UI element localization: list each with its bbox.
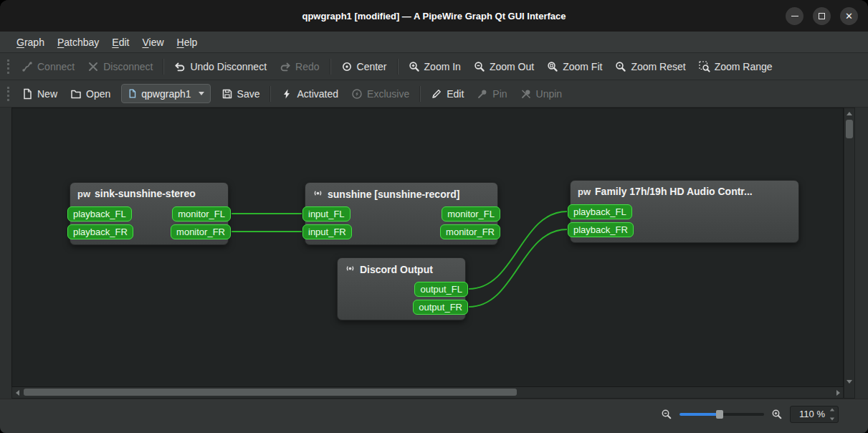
open-folder-icon <box>70 88 82 100</box>
menu-edit[interactable]: Edit <box>105 34 135 51</box>
node-title-text: sink-sunshine-stereo <box>95 188 196 199</box>
port-output-fl[interactable]: output_FL <box>414 282 468 297</box>
port-monitor-fl[interactable]: monitor_FL <box>172 206 231 222</box>
save-label: Save <box>237 88 260 100</box>
port-playback-fl[interactable]: playback_FL <box>568 204 632 219</box>
app-window: qpwgraph1 [modified] — A PipeWire Graph … <box>0 0 868 433</box>
pipewire-icon: pw <box>77 189 90 199</box>
horizontal-scrollbar[interactable] <box>11 387 844 399</box>
open-label: Open <box>86 88 110 100</box>
port-playback-fr[interactable]: playback_FR <box>67 224 133 239</box>
vertical-scrollbar[interactable] <box>844 108 855 399</box>
toolbar-drag-handle[interactable] <box>7 87 9 101</box>
port-monitor-fr[interactable]: monitor_FR <box>440 224 500 239</box>
edit-button[interactable]: Edit <box>424 85 470 103</box>
zoom-in-button[interactable]: Zoom In <box>402 57 467 76</box>
spin-down-arrow[interactable] <box>830 417 834 420</box>
open-button[interactable]: Open <box>64 85 117 103</box>
titlebar[interactable]: qpwgraph1 [modified] — A PipeWire Graph … <box>0 0 868 32</box>
node-title-text: Family 17h/19h HD Audio Contr... <box>595 186 753 197</box>
graph-canvas[interactable]: pw sink-sunshine-stereo playback_FL play… <box>11 108 844 387</box>
connect-button[interactable]: Connect <box>15 57 81 76</box>
zoom-slider[interactable] <box>679 413 764 416</box>
port-output-fr[interactable]: output_FR <box>413 300 468 315</box>
unpin-label: Unpin <box>536 88 563 100</box>
horizontal-scrollbar-thumb[interactable] <box>24 389 517 396</box>
zoom-range-label: Zoom Range <box>715 61 773 72</box>
vertical-scrollbar-thumb[interactable] <box>846 120 853 138</box>
new-file-icon <box>22 88 33 100</box>
port-input-fl[interactable]: input_FL <box>302 206 350 222</box>
port-monitor-fl[interactable]: monitor_FL <box>442 206 500 222</box>
port-playback-fr[interactable]: playback_FR <box>568 222 634 237</box>
port-monitor-fr[interactable]: monitor_FR <box>171 224 231 239</box>
scroll-left-arrow[interactable] <box>12 388 22 398</box>
new-label: New <box>37 88 57 100</box>
statusbar: 110 % <box>0 399 868 433</box>
exclusive-button[interactable]: Exclusive <box>345 85 416 103</box>
port-input-fr[interactable]: input_FR <box>302 224 352 239</box>
zoom-out-small-icon[interactable] <box>661 409 672 420</box>
patchbay-combo-value: qpwgraph1 <box>141 88 191 100</box>
toolbar-drag-handle[interactable] <box>7 60 9 74</box>
center-button[interactable]: Center <box>335 57 394 76</box>
zoom-slider-fill <box>679 413 720 416</box>
zoom-reset-button[interactable]: Zoom Reset <box>609 57 692 76</box>
zoom-value: 110 % <box>799 409 825 419</box>
menu-help[interactable]: Help <box>171 34 204 51</box>
zoom-in-small-icon[interactable] <box>771 409 783 420</box>
speaker-icon <box>345 263 356 276</box>
zoom-fit-icon <box>547 61 558 72</box>
center-icon <box>341 61 353 72</box>
scroll-right-arrow[interactable] <box>833 388 843 398</box>
disconnect-button[interactable]: Disconnect <box>81 57 159 76</box>
undo-disconnect-button[interactable]: Undo Disconnect <box>168 57 273 76</box>
pin-label: Pin <box>492 88 507 100</box>
spin-up-arrow[interactable] <box>830 408 834 411</box>
edit-label: Edit <box>447 88 464 100</box>
undo-icon <box>174 61 186 72</box>
save-button[interactable]: Save <box>215 85 267 103</box>
menu-view[interactable]: View <box>135 34 170 51</box>
graph-toolbar: Connect Disconnect Undo Disconnect Redo <box>0 53 868 80</box>
maximize-button[interactable] <box>813 7 831 25</box>
vertical-scrollbar-track[interactable] <box>844 118 854 376</box>
node-title: sunshine [sunshine-record] <box>305 183 497 204</box>
graph-view-area: pw sink-sunshine-stereo playback_FL play… <box>0 108 868 399</box>
toolbar-separator <box>330 59 331 75</box>
zoom-fit-button[interactable]: Zoom Fit <box>540 57 609 76</box>
node-title: pw sink-sunshine-stereo <box>70 183 228 202</box>
zoom-out-label: Zoom Out <box>490 61 534 72</box>
connect-label: Connect <box>37 61 75 72</box>
node-title-text: sunshine [sunshine-record] <box>328 189 459 200</box>
zoom-spinbox[interactable]: 110 % <box>790 406 839 423</box>
menu-patchbay[interactable]: Patchbay <box>51 34 105 51</box>
redo-icon <box>280 61 291 72</box>
zoom-range-button[interactable]: Zoom Range <box>692 57 779 76</box>
right-gutter <box>855 108 868 399</box>
patchbay-file-combo[interactable]: qpwgraph1 <box>121 84 210 103</box>
pin-icon <box>477 88 488 100</box>
connect-icon <box>22 61 33 72</box>
port-playback-fl[interactable]: playback_FL <box>67 206 132 222</box>
activated-button[interactable]: Activated <box>275 85 345 103</box>
node-sink-sunshine-stereo[interactable]: pw sink-sunshine-stereo playback_FL play… <box>70 182 229 245</box>
menu-graph[interactable]: Graph <box>10 34 51 51</box>
pin-button[interactable]: Pin <box>470 85 513 103</box>
node-sunshine-record[interactable]: sunshine [sunshine-record] input_FL inpu… <box>305 182 498 245</box>
exclusive-icon <box>351 88 363 100</box>
minimize-button[interactable] <box>786 7 803 25</box>
chevron-down-icon <box>199 92 204 95</box>
close-button[interactable]: ✕ <box>840 7 858 25</box>
zoom-slider-thumb[interactable] <box>716 410 723 419</box>
zoom-out-button[interactable]: Zoom Out <box>467 57 540 76</box>
unpin-button[interactable]: Unpin <box>514 85 569 103</box>
exclusive-label: Exclusive <box>367 88 409 100</box>
redo-button[interactable]: Redo <box>273 57 325 76</box>
new-button[interactable]: New <box>15 85 64 103</box>
node-family-hd-audio[interactable]: pw Family 17h/19h HD Audio Contr... play… <box>570 180 799 243</box>
unpin-icon <box>520 88 532 100</box>
scroll-up-arrow[interactable] <box>844 108 854 118</box>
scroll-down-arrow[interactable] <box>844 376 854 386</box>
node-discord-output[interactable]: Discord Output output_FL output_FR <box>337 257 466 320</box>
